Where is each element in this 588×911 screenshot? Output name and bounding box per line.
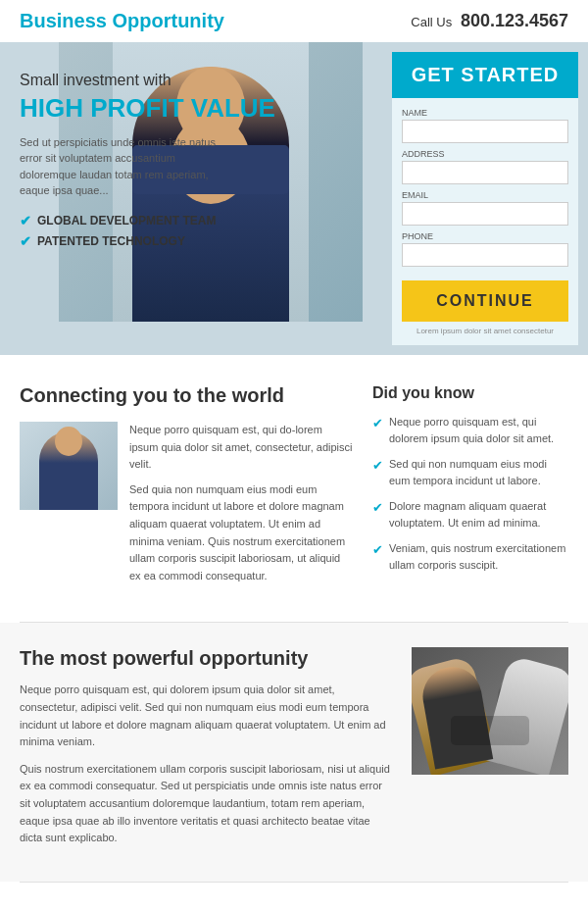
feature-2-text: PATENTED TECHNOLOGY [37, 234, 185, 248]
hero-small-text: Small investment with [20, 72, 372, 89]
section2-left: Connecting you to the world Neque porro … [20, 384, 353, 592]
logo-highlight: Opportunity [112, 10, 223, 31]
address-input[interactable] [402, 161, 568, 184]
dyk-text-1: Neque porro quisquam est, qui dolorem ip… [389, 414, 568, 446]
section3-inner: The most powerful opportunity Neque porr… [20, 647, 568, 856]
name-input[interactable] [402, 120, 568, 143]
continue-button[interactable]: CONTINUE [402, 280, 568, 322]
connect-para2: Sed quia non numquam eius modi eum tempo… [129, 481, 353, 585]
feature-1: ✔ GLOBAL DEVELOPMENT TEAM [20, 213, 372, 228]
connect-text: Neque porro quisquam est, qui do-lorem i… [129, 422, 353, 592]
connect-image [20, 422, 118, 510]
hero-form-container: GET STARTED NAME ADDRESS EMAIL PHONE [392, 42, 588, 355]
feature-2: ✔ PATENTED TECHNOLOGY [20, 233, 372, 249]
phone-number: 800.123.4567 [461, 11, 568, 30]
dyk-check-3: ✔ [372, 498, 383, 518]
powerful-para1: Neque porro quisquam est, qui dolorem ip… [20, 682, 392, 750]
powerful-image [412, 647, 568, 775]
dyk-item-3: ✔ Dolore magnam aliquam quaerat voluptat… [372, 498, 568, 531]
form-disclaimer: Lorem ipsum dolor sit amet consectetur [402, 327, 568, 335]
dyk-text-3: Dolore magnam aliquam quaerat voluptatem… [389, 498, 568, 531]
dyk-text-4: Veniam, quis nostrum exercitationem ulla… [389, 540, 568, 573]
testimonials-title: Testimonials [20, 907, 568, 911]
dyk-item-2: ✔ Sed qui non numquam eius modi eum temp… [372, 456, 568, 488]
hero-big-text: HIGH PROFIT VALUE [20, 94, 372, 123]
email-label: EMAIL [402, 190, 568, 200]
phone-input[interactable] [402, 243, 568, 267]
powerful-para2: Quis nostrum exercitationem ullam corpor… [20, 761, 392, 847]
call-label: Call Us [411, 15, 452, 29]
connect-para1: Neque porro quisquam est, qui do-lorem i… [129, 422, 353, 474]
feature-1-text: GLOBAL DEVELOPMENT TEAM [37, 214, 216, 228]
check-icon-1: ✔ [20, 213, 31, 228]
section2-right: Did you know ✔ Neque porro quisquam est,… [372, 384, 568, 592]
form-header: GET STARTED [392, 52, 578, 98]
name-label: NAME [402, 108, 568, 118]
form-title: GET STARTED [402, 64, 568, 86]
logo: Business Opportunity [20, 10, 224, 32]
section-powerful: The most powerful opportunity Neque porr… [0, 623, 588, 881]
section-testimonials: Testimonials " Neque porro quisquam est,… [0, 883, 588, 911]
hero-section: Small investment with HIGH PROFIT VALUE … [0, 42, 588, 355]
email-group: EMAIL [402, 190, 568, 226]
logo-text: Business [20, 10, 112, 31]
header: Business Opportunity Call Us 800.123.456… [0, 0, 588, 42]
name-group: NAME [402, 108, 568, 143]
powerful-title: The most powerful opportunity [20, 647, 392, 670]
dyk-check-2: ✔ [372, 456, 383, 476]
section2-inner: Connecting you to the world Neque porro … [20, 384, 568, 592]
hero-left: Small investment with HIGH PROFIT VALUE … [0, 42, 392, 355]
address-group: ADDRESS [402, 149, 568, 184]
signup-form: GET STARTED NAME ADDRESS EMAIL PHONE [392, 52, 578, 345]
dyk-text-2: Sed qui non numquam eius modi eum tempor… [389, 456, 568, 488]
connect-title: Connecting you to the world [20, 384, 353, 407]
dyk-check-4: ✔ [372, 540, 383, 560]
dyk-item-4: ✔ Veniam, quis nostrum exercitationem ul… [372, 540, 568, 573]
connect-content: Neque porro quisquam est, qui do-lorem i… [20, 422, 353, 592]
email-input[interactable] [402, 202, 568, 226]
check-icon-2: ✔ [20, 233, 31, 249]
section3-text: The most powerful opportunity Neque porr… [20, 647, 392, 856]
address-label: ADDRESS [402, 149, 568, 159]
dyk-title: Did you know [372, 384, 568, 402]
dyk-check-1: ✔ [372, 414, 383, 433]
section-connect: Connecting you to the world Neque porro … [0, 355, 588, 622]
hero-description: Sed ut perspiciatis unde omnis iste natu… [20, 134, 235, 199]
phone-group: PHONE [402, 231, 568, 267]
dyk-item-1: ✔ Neque porro quisquam est, qui dolorem … [372, 414, 568, 446]
form-body: NAME ADDRESS EMAIL PHONE CONTINUE Lorem … [392, 98, 578, 345]
header-phone-container: Call Us 800.123.4567 [411, 11, 568, 31]
phone-label: PHONE [402, 231, 568, 241]
